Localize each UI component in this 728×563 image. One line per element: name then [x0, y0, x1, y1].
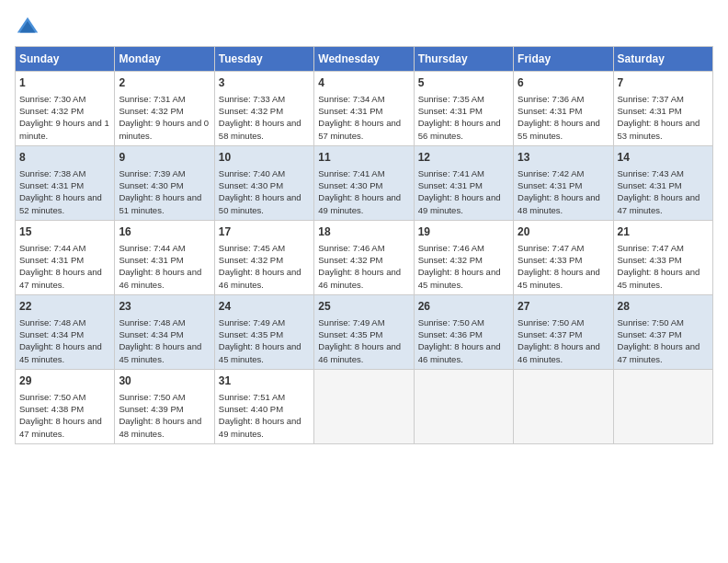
daylight-label: Daylight: 8 hours and 49 minutes.: [219, 416, 301, 438]
day-number: 8: [19, 150, 110, 166]
day-number: 21: [618, 224, 709, 240]
column-header-sunday: Sunday: [16, 47, 115, 72]
day-number: 31: [219, 373, 310, 389]
day-number: 26: [418, 299, 509, 315]
daylight-label: Daylight: 8 hours and 46 minutes.: [418, 341, 501, 363]
daylight-label: Daylight: 8 hours and 55 minutes.: [518, 118, 600, 140]
daylight-label: Daylight: 8 hours and 46 minutes.: [518, 341, 600, 363]
daylight-label: Daylight: 8 hours and 53 minutes.: [618, 118, 700, 140]
sunrise-label: Sunrise: 7:39 AM: [119, 168, 185, 178]
daylight-label: Daylight: 8 hours and 49 minutes.: [418, 192, 501, 214]
sunset-label: Sunset: 4:39 PM: [119, 404, 183, 414]
sunrise-label: Sunrise: 7:34 AM: [318, 94, 384, 104]
daylight-label: Daylight: 9 hours and 1 minute.: [19, 118, 109, 140]
daylight-label: Daylight: 8 hours and 57 minutes.: [318, 118, 401, 140]
sunrise-label: Sunrise: 7:51 AM: [219, 392, 285, 402]
calendar-cell: 31 Sunrise: 7:51 AM Sunset: 4:40 PM Dayl…: [214, 369, 313, 443]
calendar-cell: 27 Sunrise: 7:50 AM Sunset: 4:37 PM Dayl…: [514, 294, 613, 369]
daylight-label: Daylight: 8 hours and 48 minutes.: [119, 416, 201, 438]
day-number: 14: [618, 150, 709, 166]
daylight-label: Daylight: 8 hours and 47 minutes.: [19, 416, 102, 438]
day-number: 6: [518, 75, 609, 91]
sunrise-label: Sunrise: 7:50 AM: [418, 317, 484, 327]
sunrise-label: Sunrise: 7:37 AM: [618, 94, 684, 104]
sunset-label: Sunset: 4:32 PM: [219, 106, 283, 116]
day-number: 29: [19, 373, 110, 389]
day-number: 28: [618, 299, 709, 315]
daylight-label: Daylight: 8 hours and 50 minutes.: [219, 192, 301, 214]
sunrise-label: Sunrise: 7:41 AM: [318, 168, 384, 178]
sunset-label: Sunset: 4:33 PM: [518, 255, 582, 265]
sunrise-label: Sunrise: 7:50 AM: [19, 392, 85, 402]
sunrise-label: Sunrise: 7:31 AM: [119, 94, 185, 104]
daylight-label: Daylight: 8 hours and 46 minutes.: [318, 341, 401, 363]
calendar-cell: 25 Sunrise: 7:49 AM Sunset: 4:35 PM Dayl…: [314, 294, 414, 369]
daylight-label: Daylight: 8 hours and 51 minutes.: [119, 192, 201, 214]
logo-icon: [15, 15, 40, 40]
sunset-label: Sunset: 4:31 PM: [318, 106, 382, 116]
calendar-cell: 16 Sunrise: 7:44 AM Sunset: 4:31 PM Dayl…: [115, 220, 214, 294]
daylight-label: Daylight: 8 hours and 47 minutes.: [618, 341, 700, 363]
sunrise-label: Sunrise: 7:50 AM: [119, 392, 185, 402]
sunrise-label: Sunrise: 7:38 AM: [19, 168, 85, 178]
calendar-cell: 15 Sunrise: 7:44 AM Sunset: 4:31 PM Dayl…: [16, 220, 115, 294]
day-number: 16: [119, 224, 210, 240]
day-number: 24: [219, 299, 310, 315]
calendar-cell: 4 Sunrise: 7:34 AM Sunset: 4:31 PM Dayli…: [314, 72, 414, 146]
sunrise-label: Sunrise: 7:47 AM: [618, 243, 684, 253]
day-number: 13: [518, 150, 609, 166]
daylight-label: Daylight: 8 hours and 46 minutes.: [219, 267, 301, 289]
sunset-label: Sunset: 4:31 PM: [618, 180, 682, 190]
sunrise-label: Sunrise: 7:50 AM: [518, 317, 584, 327]
calendar-cell: 13 Sunrise: 7:42 AM Sunset: 4:31 PM Dayl…: [514, 145, 613, 220]
calendar-cell: 12 Sunrise: 7:41 AM Sunset: 4:31 PM Dayl…: [414, 145, 513, 220]
calendar-cell: 21 Sunrise: 7:47 AM Sunset: 4:33 PM Dayl…: [613, 220, 712, 294]
calendar-week-3: 15 Sunrise: 7:44 AM Sunset: 4:31 PM Dayl…: [16, 220, 713, 294]
sunset-label: Sunset: 4:32 PM: [119, 106, 183, 116]
day-number: 3: [219, 75, 310, 91]
daylight-label: Daylight: 8 hours and 48 minutes.: [518, 192, 600, 214]
calendar-week-4: 22 Sunrise: 7:48 AM Sunset: 4:34 PM Dayl…: [16, 294, 713, 369]
day-number: 9: [119, 150, 210, 166]
calendar-cell: [414, 369, 513, 443]
day-number: 17: [219, 224, 310, 240]
sunrise-label: Sunrise: 7:43 AM: [618, 168, 684, 178]
column-header-wednesday: Wednesday: [314, 47, 414, 72]
calendar-cell: 28 Sunrise: 7:50 AM Sunset: 4:37 PM Dayl…: [613, 294, 712, 369]
sunset-label: Sunset: 4:31 PM: [418, 180, 483, 190]
calendar-cell: [314, 369, 414, 443]
sunset-label: Sunset: 4:32 PM: [418, 255, 483, 265]
column-header-saturday: Saturday: [613, 47, 712, 72]
day-number: 30: [119, 373, 210, 389]
sunset-label: Sunset: 4:31 PM: [119, 255, 183, 265]
sunset-label: Sunset: 4:37 PM: [518, 329, 582, 339]
day-number: 11: [318, 150, 409, 166]
sunset-label: Sunset: 4:38 PM: [19, 404, 84, 414]
sunrise-label: Sunrise: 7:41 AM: [418, 168, 484, 178]
calendar-week-5: 29 Sunrise: 7:50 AM Sunset: 4:38 PM Dayl…: [16, 369, 713, 443]
calendar-cell: 11 Sunrise: 7:41 AM Sunset: 4:30 PM Dayl…: [314, 145, 414, 220]
daylight-label: Daylight: 8 hours and 45 minutes.: [19, 341, 102, 363]
daylight-label: Daylight: 9 hours and 0 minutes.: [119, 118, 209, 140]
calendar-cell: 23 Sunrise: 7:48 AM Sunset: 4:34 PM Dayl…: [115, 294, 214, 369]
sunset-label: Sunset: 4:31 PM: [418, 106, 483, 116]
sunrise-label: Sunrise: 7:30 AM: [19, 94, 85, 104]
column-header-friday: Friday: [514, 47, 613, 72]
sunrise-label: Sunrise: 7:49 AM: [318, 317, 384, 327]
daylight-label: Daylight: 8 hours and 49 minutes.: [318, 192, 401, 214]
sunset-label: Sunset: 4:30 PM: [318, 180, 382, 190]
sunset-label: Sunset: 4:35 PM: [219, 329, 283, 339]
calendar-cell: 10 Sunrise: 7:40 AM Sunset: 4:30 PM Dayl…: [214, 145, 313, 220]
calendar-cell: 19 Sunrise: 7:46 AM Sunset: 4:32 PM Dayl…: [414, 220, 513, 294]
day-number: 10: [219, 150, 310, 166]
day-number: 22: [19, 299, 110, 315]
day-number: 18: [318, 224, 409, 240]
day-number: 5: [418, 75, 509, 91]
sunset-label: Sunset: 4:31 PM: [518, 106, 582, 116]
calendar-cell: 5 Sunrise: 7:35 AM Sunset: 4:31 PM Dayli…: [414, 72, 513, 146]
calendar-cell: 22 Sunrise: 7:48 AM Sunset: 4:34 PM Dayl…: [16, 294, 115, 369]
sunset-label: Sunset: 4:34 PM: [119, 329, 183, 339]
day-number: 20: [518, 224, 609, 240]
daylight-label: Daylight: 8 hours and 46 minutes.: [318, 267, 401, 289]
sunrise-label: Sunrise: 7:49 AM: [219, 317, 285, 327]
